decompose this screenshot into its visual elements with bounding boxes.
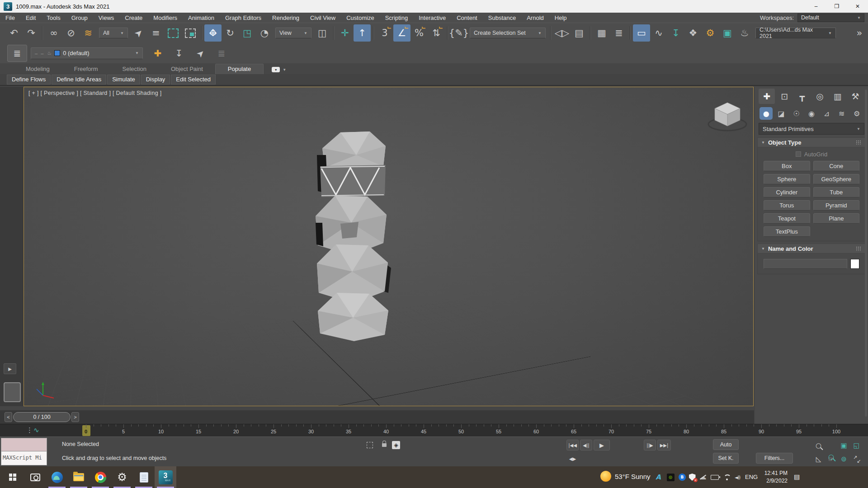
key-filters-button[interactable]: Filters... <box>756 453 793 464</box>
name-and-color-rollout-header[interactable]: ▼ Name and Color <box>757 244 866 253</box>
tab-modify[interactable]: ⊡ <box>776 89 793 104</box>
curve-editor-icon[interactable]: ∿ <box>650 24 667 42</box>
category-space-warps[interactable]: ≋ <box>835 107 848 120</box>
tab-motion[interactable]: ◎ <box>812 89 828 104</box>
window-crossing-icon[interactable] <box>182 24 199 42</box>
go-to-start-button[interactable]: |◀◀ <box>566 440 579 450</box>
flyout-expand-button[interactable]: ▶ <box>4 363 16 374</box>
undo-icon[interactable]: ↶ <box>5 24 23 42</box>
layer-list-icon[interactable]: ≣ <box>7 45 27 62</box>
ribbon-tab-freeform[interactable]: Freeform <box>62 64 110 74</box>
category-systems[interactable]: ⚙ <box>850 107 863 120</box>
previous-frame-button[interactable]: ◀|| <box>580 440 592 450</box>
start-button[interactable] <box>2 466 24 488</box>
tab-hierarchy[interactable]: ┳ <box>794 89 810 104</box>
ribbon-button-define-flows[interactable]: Define Flows <box>7 75 51 84</box>
drag-handle-icon[interactable] <box>856 246 862 251</box>
object-type-sphere[interactable]: Sphere <box>764 174 810 184</box>
menu-item-group[interactable]: Group <box>66 14 93 21</box>
ribbon-button-define-idle-areas[interactable]: Define Idle Areas <box>52 75 106 84</box>
selection-lock-icon[interactable] <box>380 439 389 448</box>
go-to-end-button[interactable]: ▶▶| <box>657 440 671 450</box>
isolate-selection-icon[interactable] <box>365 441 374 450</box>
key-mode-toggle-icon[interactable]: ◀▶ <box>566 453 579 464</box>
taskbar-3dsmax-app[interactable]: 3MAX <box>155 466 176 488</box>
keyboard-shortcut-override-icon[interactable]: ↑ <box>354 24 371 42</box>
spinner-snap-toggle-icon[interactable]: ⇅¬ <box>428 24 445 42</box>
ribbon-tab-populate[interactable]: Populate <box>215 64 264 74</box>
maximize-button[interactable]: ❐ <box>826 0 847 13</box>
select-and-manipulate-icon[interactable]: ✛ <box>336 24 354 42</box>
object-color-swatch[interactable] <box>850 259 859 269</box>
volume-tray-icon[interactable]: ◄)) <box>733 473 741 481</box>
defender-tray-icon[interactable]: ✕ <box>688 473 696 481</box>
menu-item-rendering[interactable]: Rendering <box>267 14 305 21</box>
zoom-icon[interactable]: ○ <box>813 440 824 451</box>
object-type-plane[interactable]: Plane <box>813 213 860 224</box>
object-type-textplus[interactable]: TextPlus <box>764 226 810 237</box>
create-new-layer-icon[interactable]: ✚ <box>149 45 166 61</box>
pan-icon[interactable]: ☞ <box>826 453 837 465</box>
zoom-extents-all-icon[interactable]: ◱ <box>851 440 862 451</box>
action-center-icon[interactable]: ▤ <box>794 473 800 480</box>
layer-explorer-icon[interactable]: ≣ <box>610 24 627 42</box>
previous-frame-arrow[interactable]: < <box>5 412 12 422</box>
onedrive-tray-icon[interactable]: ☁ <box>699 473 707 481</box>
ribbon-tab-object-paint[interactable]: Object Paint <box>159 64 215 74</box>
geosphere-tower-model[interactable] <box>160 114 566 385</box>
category-lights[interactable]: ☉ <box>790 107 803 120</box>
menu-item-scripting[interactable]: Scripting <box>380 14 414 21</box>
menu-item-modifiers[interactable]: Modifiers <box>148 14 183 21</box>
object-type-pyramid[interactable]: Pyramid <box>813 200 860 211</box>
drag-handle-icon[interactable] <box>856 140 862 145</box>
select-and-move-icon[interactable]: ↔↕ <box>204 24 222 42</box>
menu-item-substance[interactable]: Substance <box>483 14 521 21</box>
time-slider-track[interactable]: < 0 / 100 > <box>0 410 754 424</box>
tab-create[interactable]: ✚ <box>759 89 775 104</box>
menu-item-graph-editors[interactable]: Graph Editors <box>220 14 267 21</box>
tab-utilities[interactable]: ⚒ <box>847 89 863 104</box>
object-name-input[interactable] <box>764 259 847 269</box>
menu-item-arnold[interactable]: Arnold <box>521 14 549 21</box>
use-pivot-point-center-icon[interactable]: ◫ <box>314 24 331 42</box>
selection-filter-dropdown[interactable]: All▼ <box>99 28 128 38</box>
orbit-icon[interactable]: ⊚ <box>838 453 849 465</box>
menu-item-civil-view[interactable]: Civil View <box>305 14 341 21</box>
toolbar-overflow-icon[interactable]: » <box>851 24 868 42</box>
menu-item-content[interactable]: Content <box>451 14 483 21</box>
object-type-box[interactable]: Box <box>764 161 810 171</box>
play-button[interactable]: ▶ <box>594 440 610 450</box>
ribbon-tab-modeling[interactable]: Modeling <box>14 64 62 74</box>
project-folder-field[interactable]: C:\Users\Ad...ds Max 2021▼ <box>755 28 836 38</box>
battery-tray-icon[interactable] <box>711 473 719 481</box>
material-editor-icon[interactable]: ❖ <box>684 24 702 42</box>
ribbon-button-edit-selected[interactable]: Edit Selected <box>171 75 216 84</box>
time-slider-handle[interactable]: 0 / 100 <box>13 412 71 422</box>
category-shapes[interactable]: ◪ <box>774 107 788 120</box>
schematic-view-icon[interactable]: ↧ <box>667 24 684 42</box>
percent-snap-toggle-icon[interactable]: %¬ <box>410 24 428 42</box>
select-objects-in-layer-icon[interactable]: ➤ <box>192 45 209 61</box>
tab-display[interactable]: ▥ <box>830 89 846 104</box>
category-geometry[interactable]: ● <box>760 107 773 120</box>
unlink-selection-icon[interactable]: ⊘ <box>62 24 80 42</box>
select-and-scale-icon[interactable]: ◳ <box>239 24 256 42</box>
ribbon-button-display[interactable]: Display <box>141 75 170 84</box>
create-selection-set-dropdown[interactable]: Create Selection Set▼ <box>470 28 546 38</box>
viewcube[interactable] <box>706 99 749 134</box>
ribbon-tab-selection[interactable]: Selection <box>110 64 159 74</box>
select-and-rotate-icon[interactable]: ↻ <box>222 24 239 42</box>
toggle-ribbon-icon[interactable]: ▭ <box>633 24 650 42</box>
reference-coordinate-system-dropdown[interactable]: View▼ <box>275 28 311 38</box>
bind-to-space-warp-icon[interactable]: ≋ <box>80 24 97 42</box>
taskbar-file-explorer-app[interactable] <box>68 466 90 488</box>
snaps-toggle-3d-icon[interactable]: 3¬ <box>376 24 393 42</box>
taskbar-chrome-app[interactable] <box>90 466 111 488</box>
panel-scrollbar[interactable] <box>865 89 867 417</box>
menu-item-edit[interactable]: Edit <box>20 14 41 21</box>
menu-item-views[interactable]: Views <box>93 14 119 21</box>
rendered-frame-window-icon[interactable]: ▣ <box>719 24 736 42</box>
set-key-button[interactable]: Set K. <box>713 453 739 464</box>
mirror-icon[interactable]: ◁▷ <box>553 24 571 42</box>
menu-item-animation[interactable]: Animation <box>183 14 220 21</box>
